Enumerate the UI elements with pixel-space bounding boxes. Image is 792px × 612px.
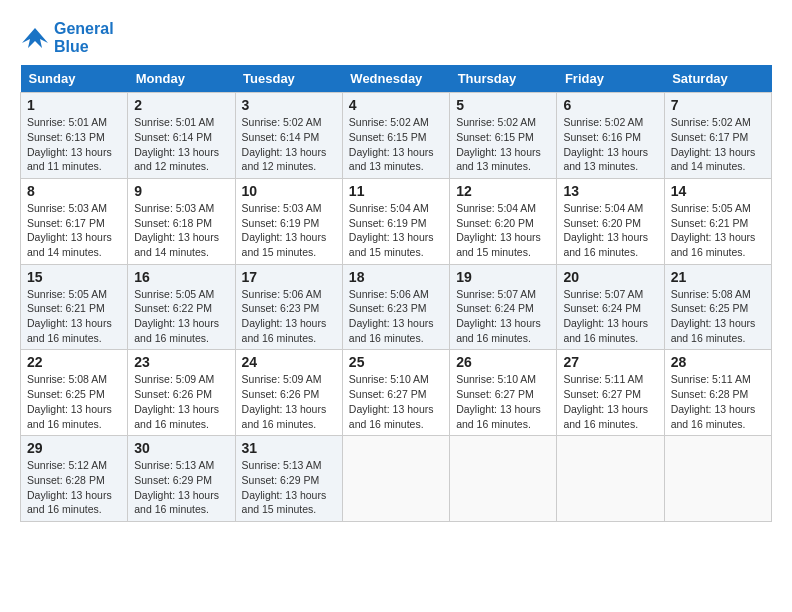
calendar-day-cell: 26Sunrise: 5:10 AMSunset: 6:27 PMDayligh… xyxy=(450,350,557,436)
day-info: Sunrise: 5:04 AMSunset: 6:20 PMDaylight:… xyxy=(563,201,657,260)
day-number: 3 xyxy=(242,97,336,113)
calendar-day-cell: 10Sunrise: 5:03 AMSunset: 6:19 PMDayligh… xyxy=(235,178,342,264)
day-number: 8 xyxy=(27,183,121,199)
calendar-day-cell: 4Sunrise: 5:02 AMSunset: 6:15 PMDaylight… xyxy=(342,93,449,179)
day-info: Sunrise: 5:03 AMSunset: 6:17 PMDaylight:… xyxy=(27,201,121,260)
day-number: 5 xyxy=(456,97,550,113)
calendar-week-row: 15Sunrise: 5:05 AMSunset: 6:21 PMDayligh… xyxy=(21,264,772,350)
day-info: Sunrise: 5:08 AMSunset: 6:25 PMDaylight:… xyxy=(27,372,121,431)
day-info: Sunrise: 5:02 AMSunset: 6:15 PMDaylight:… xyxy=(456,115,550,174)
calendar-day-cell: 25Sunrise: 5:10 AMSunset: 6:27 PMDayligh… xyxy=(342,350,449,436)
weekday-header: Monday xyxy=(128,65,235,93)
weekday-header: Thursday xyxy=(450,65,557,93)
calendar-day-cell xyxy=(557,436,664,522)
day-number: 12 xyxy=(456,183,550,199)
day-number: 30 xyxy=(134,440,228,456)
day-info: Sunrise: 5:04 AMSunset: 6:20 PMDaylight:… xyxy=(456,201,550,260)
day-info: Sunrise: 5:09 AMSunset: 6:26 PMDaylight:… xyxy=(134,372,228,431)
calendar-day-cell: 18Sunrise: 5:06 AMSunset: 6:23 PMDayligh… xyxy=(342,264,449,350)
calendar-day-cell: 13Sunrise: 5:04 AMSunset: 6:20 PMDayligh… xyxy=(557,178,664,264)
day-info: Sunrise: 5:13 AMSunset: 6:29 PMDaylight:… xyxy=(242,458,336,517)
calendar-day-cell: 15Sunrise: 5:05 AMSunset: 6:21 PMDayligh… xyxy=(21,264,128,350)
calendar-day-cell: 17Sunrise: 5:06 AMSunset: 6:23 PMDayligh… xyxy=(235,264,342,350)
day-info: Sunrise: 5:07 AMSunset: 6:24 PMDaylight:… xyxy=(456,287,550,346)
day-info: Sunrise: 5:09 AMSunset: 6:26 PMDaylight:… xyxy=(242,372,336,431)
day-number: 15 xyxy=(27,269,121,285)
day-number: 16 xyxy=(134,269,228,285)
day-number: 2 xyxy=(134,97,228,113)
weekday-header: Sunday xyxy=(21,65,128,93)
day-number: 11 xyxy=(349,183,443,199)
calendar-day-cell: 12Sunrise: 5:04 AMSunset: 6:20 PMDayligh… xyxy=(450,178,557,264)
calendar-day-cell: 9Sunrise: 5:03 AMSunset: 6:18 PMDaylight… xyxy=(128,178,235,264)
calendar-day-cell: 16Sunrise: 5:05 AMSunset: 6:22 PMDayligh… xyxy=(128,264,235,350)
calendar-day-cell: 19Sunrise: 5:07 AMSunset: 6:24 PMDayligh… xyxy=(450,264,557,350)
calendar-day-cell: 30Sunrise: 5:13 AMSunset: 6:29 PMDayligh… xyxy=(128,436,235,522)
day-number: 21 xyxy=(671,269,765,285)
calendar-day-cell: 23Sunrise: 5:09 AMSunset: 6:26 PMDayligh… xyxy=(128,350,235,436)
calendar-day-cell: 24Sunrise: 5:09 AMSunset: 6:26 PMDayligh… xyxy=(235,350,342,436)
calendar-day-cell: 20Sunrise: 5:07 AMSunset: 6:24 PMDayligh… xyxy=(557,264,664,350)
calendar-day-cell: 21Sunrise: 5:08 AMSunset: 6:25 PMDayligh… xyxy=(664,264,771,350)
calendar-day-cell: 29Sunrise: 5:12 AMSunset: 6:28 PMDayligh… xyxy=(21,436,128,522)
day-info: Sunrise: 5:02 AMSunset: 6:14 PMDaylight:… xyxy=(242,115,336,174)
logo: General Blue xyxy=(20,20,114,55)
day-number: 9 xyxy=(134,183,228,199)
day-info: Sunrise: 5:06 AMSunset: 6:23 PMDaylight:… xyxy=(242,287,336,346)
calendar-table: SundayMondayTuesdayWednesdayThursdayFrid… xyxy=(20,65,772,522)
day-number: 25 xyxy=(349,354,443,370)
day-number: 26 xyxy=(456,354,550,370)
calendar-week-row: 1Sunrise: 5:01 AMSunset: 6:13 PMDaylight… xyxy=(21,93,772,179)
day-number: 4 xyxy=(349,97,443,113)
calendar-week-row: 29Sunrise: 5:12 AMSunset: 6:28 PMDayligh… xyxy=(21,436,772,522)
day-number: 17 xyxy=(242,269,336,285)
day-number: 18 xyxy=(349,269,443,285)
calendar-day-cell xyxy=(450,436,557,522)
page-header: General Blue xyxy=(20,20,772,55)
day-info: Sunrise: 5:10 AMSunset: 6:27 PMDaylight:… xyxy=(456,372,550,431)
day-number: 24 xyxy=(242,354,336,370)
day-info: Sunrise: 5:04 AMSunset: 6:19 PMDaylight:… xyxy=(349,201,443,260)
day-info: Sunrise: 5:03 AMSunset: 6:18 PMDaylight:… xyxy=(134,201,228,260)
calendar-week-row: 22Sunrise: 5:08 AMSunset: 6:25 PMDayligh… xyxy=(21,350,772,436)
weekday-header: Tuesday xyxy=(235,65,342,93)
day-number: 6 xyxy=(563,97,657,113)
day-number: 22 xyxy=(27,354,121,370)
weekday-header: Friday xyxy=(557,65,664,93)
day-info: Sunrise: 5:05 AMSunset: 6:21 PMDaylight:… xyxy=(27,287,121,346)
day-info: Sunrise: 5:01 AMSunset: 6:14 PMDaylight:… xyxy=(134,115,228,174)
day-number: 31 xyxy=(242,440,336,456)
day-info: Sunrise: 5:02 AMSunset: 6:17 PMDaylight:… xyxy=(671,115,765,174)
calendar-header-row: SundayMondayTuesdayWednesdayThursdayFrid… xyxy=(21,65,772,93)
calendar-day-cell: 11Sunrise: 5:04 AMSunset: 6:19 PMDayligh… xyxy=(342,178,449,264)
svg-marker-0 xyxy=(22,28,48,48)
calendar-day-cell: 5Sunrise: 5:02 AMSunset: 6:15 PMDaylight… xyxy=(450,93,557,179)
day-info: Sunrise: 5:05 AMSunset: 6:22 PMDaylight:… xyxy=(134,287,228,346)
weekday-header: Wednesday xyxy=(342,65,449,93)
logo-icon xyxy=(20,23,50,53)
day-info: Sunrise: 5:02 AMSunset: 6:16 PMDaylight:… xyxy=(563,115,657,174)
day-number: 28 xyxy=(671,354,765,370)
calendar-day-cell: 1Sunrise: 5:01 AMSunset: 6:13 PMDaylight… xyxy=(21,93,128,179)
calendar-day-cell: 8Sunrise: 5:03 AMSunset: 6:17 PMDaylight… xyxy=(21,178,128,264)
calendar-day-cell xyxy=(342,436,449,522)
day-info: Sunrise: 5:03 AMSunset: 6:19 PMDaylight:… xyxy=(242,201,336,260)
day-number: 10 xyxy=(242,183,336,199)
day-info: Sunrise: 5:06 AMSunset: 6:23 PMDaylight:… xyxy=(349,287,443,346)
day-info: Sunrise: 5:02 AMSunset: 6:15 PMDaylight:… xyxy=(349,115,443,174)
day-info: Sunrise: 5:05 AMSunset: 6:21 PMDaylight:… xyxy=(671,201,765,260)
calendar-day-cell: 3Sunrise: 5:02 AMSunset: 6:14 PMDaylight… xyxy=(235,93,342,179)
day-info: Sunrise: 5:10 AMSunset: 6:27 PMDaylight:… xyxy=(349,372,443,431)
calendar-week-row: 8Sunrise: 5:03 AMSunset: 6:17 PMDaylight… xyxy=(21,178,772,264)
logo-text: General Blue xyxy=(54,20,114,55)
calendar-day-cell: 28Sunrise: 5:11 AMSunset: 6:28 PMDayligh… xyxy=(664,350,771,436)
calendar-day-cell: 22Sunrise: 5:08 AMSunset: 6:25 PMDayligh… xyxy=(21,350,128,436)
calendar-day-cell: 14Sunrise: 5:05 AMSunset: 6:21 PMDayligh… xyxy=(664,178,771,264)
day-number: 27 xyxy=(563,354,657,370)
day-number: 23 xyxy=(134,354,228,370)
day-info: Sunrise: 5:11 AMSunset: 6:27 PMDaylight:… xyxy=(563,372,657,431)
day-info: Sunrise: 5:01 AMSunset: 6:13 PMDaylight:… xyxy=(27,115,121,174)
day-number: 19 xyxy=(456,269,550,285)
calendar-day-cell: 7Sunrise: 5:02 AMSunset: 6:17 PMDaylight… xyxy=(664,93,771,179)
calendar-day-cell: 27Sunrise: 5:11 AMSunset: 6:27 PMDayligh… xyxy=(557,350,664,436)
